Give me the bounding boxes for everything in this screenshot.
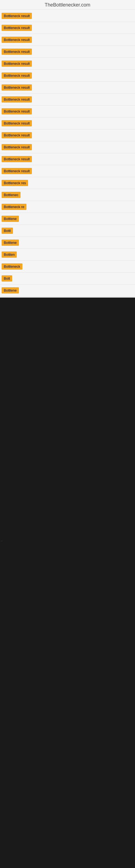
result-row-13: Bottleneck result [0,153,135,165]
result-row-22: Bottleneck [0,261,135,273]
bottleneck-badge-12[interactable]: Bottleneck result [2,144,32,150]
result-row-2: Bottleneck result [0,22,135,34]
bottleneck-badge-2[interactable]: Bottleneck result [2,25,32,31]
bottleneck-badge-19[interactable]: Bottl [2,227,13,234]
result-row-11: Bottleneck result [0,129,135,141]
bottleneck-badge-18[interactable]: Bottlene [2,216,19,222]
result-row-1: Bottleneck result [0,10,135,22]
result-row-17: Bottleneck re [0,201,135,213]
result-row-10: Bottleneck result [0,118,135,129]
bottom-note: ... [1,539,3,542]
bottleneck-badge-24[interactable]: Bottlene [2,287,19,293]
bottleneck-badge-3[interactable]: Bottleneck result [2,37,32,43]
bottleneck-badge-1[interactable]: Bottleneck result [2,13,32,19]
result-row-6: Bottleneck result [0,70,135,82]
bottleneck-badge-13[interactable]: Bottleneck result [2,156,32,162]
bottleneck-badge-6[interactable]: Bottleneck result [2,72,32,79]
bottleneck-badge-10[interactable]: Bottleneck result [2,120,32,126]
result-row-19: Bottl [0,225,135,237]
result-row-12: Bottleneck result [0,141,135,153]
results-container: Bottleneck resultBottleneck resultBottle… [0,9,135,298]
result-row-15: Bottleneck res [0,177,135,189]
result-row-18: Bottlene [0,213,135,225]
result-row-5: Bottleneck result [0,58,135,70]
result-row-24: Bottlene [0,284,135,297]
result-row-20: Bottlene [0,237,135,249]
result-row-16: Bottlenec [0,189,135,201]
site-title: TheBottlenecker.com [45,2,90,8]
bottleneck-badge-4[interactable]: Bottleneck result [2,49,32,55]
bottleneck-badge-11[interactable]: Bottleneck result [2,132,32,138]
result-row-14: Bottleneck result [0,165,135,177]
result-row-21: Bottlen [0,249,135,261]
bottleneck-badge-22[interactable]: Bottleneck [2,264,22,270]
bottleneck-badge-23[interactable]: Bott [2,275,12,282]
bottleneck-badge-20[interactable]: Bottlene [2,240,19,246]
result-row-7: Bottleneck result [0,82,135,94]
result-row-8: Bottleneck result [0,94,135,105]
bottom-section: ... [0,298,135,705]
bottleneck-badge-7[interactable]: Bottleneck result [2,84,32,91]
site-header: TheBottlenecker.com [0,0,135,9]
bottleneck-badge-16[interactable]: Bottlenec [2,192,20,198]
result-row-4: Bottleneck result [0,46,135,58]
bottleneck-badge-14[interactable]: Bottleneck result [2,168,32,174]
result-row-3: Bottleneck result [0,34,135,46]
result-row-23: Bott [0,273,135,284]
bottleneck-badge-15[interactable]: Bottleneck res [2,180,28,186]
bottleneck-badge-17[interactable]: Bottleneck re [2,204,27,210]
bottleneck-badge-21[interactable]: Bottlen [2,251,17,258]
result-row-9: Bottleneck result [0,105,135,118]
bottleneck-badge-8[interactable]: Bottleneck result [2,96,32,102]
bottleneck-badge-5[interactable]: Bottleneck result [2,61,32,67]
bottleneck-badge-9[interactable]: Bottleneck result [2,108,32,115]
